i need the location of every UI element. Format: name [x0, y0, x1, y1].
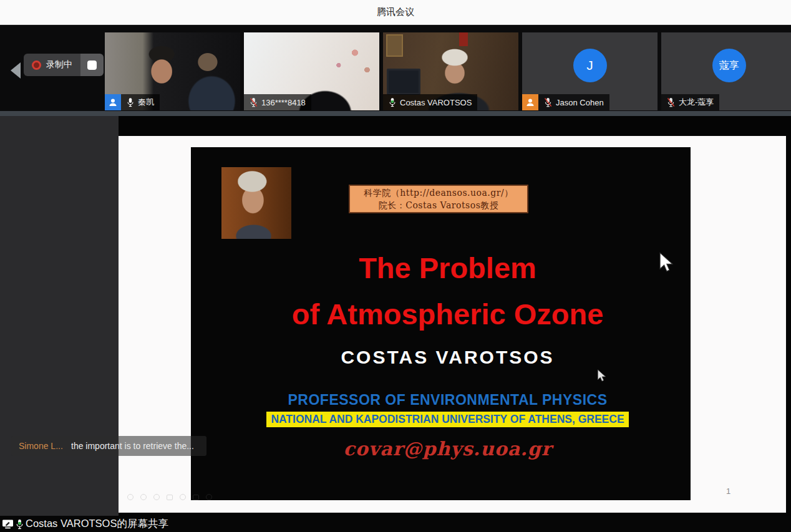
- stop-icon: [87, 60, 97, 70]
- window-title: 腾讯会议: [377, 6, 414, 18]
- participant-label: 136****8418: [244, 94, 311, 110]
- slide-affiliation-wrap: NATIONAL AND KAPODISTRIAN UNIVERSITY OF …: [198, 412, 697, 427]
- presentation-background: 科学院（http://deansos.uoa.gr/） 院长：Costas Va…: [119, 136, 786, 513]
- participant-thumbnail-costas[interactable]: Costas VAROTSOS: [383, 32, 518, 110]
- screen-share-label: Costas VAROTSOS的屏幕共享: [26, 517, 168, 531]
- presentation-slide: 科学院（http://deansos.uoa.gr/） 院长：Costas Va…: [191, 147, 691, 500]
- participant-thumbnail-qinkai[interactable]: 秦凯: [105, 32, 240, 110]
- slide-page-number: 1: [726, 486, 730, 496]
- background-monitor: [387, 69, 420, 95]
- chat-message-text: the important is to retrieve the...: [71, 441, 194, 451]
- participant-label: 秦凯: [105, 94, 160, 110]
- avatar: 蔻享: [712, 49, 746, 82]
- toolbar-dot-icon: [180, 494, 186, 500]
- avatar: J: [573, 49, 607, 82]
- collapse-strip-left-arrow-icon[interactable]: [11, 62, 21, 79]
- mic-on-icon: [127, 97, 134, 107]
- recording-label: 录制中: [46, 59, 72, 70]
- presenter-toolbar-faint-icons: [127, 494, 212, 500]
- participant-thumbnail-jason[interactable]: J Jason Cohen: [522, 32, 658, 110]
- toolbar-menu-icon: [193, 495, 199, 500]
- slide-affiliation: NATIONAL AND KAPODISTRIAN UNIVERSITY OF …: [266, 412, 628, 427]
- toolbar-pen-icon: [153, 494, 160, 500]
- info-box-line2: 院长：Costas Varotsos教授: [379, 199, 499, 211]
- participant-thumbnail-dalong[interactable]: 蔻享 大龙-蔻享: [661, 32, 791, 110]
- phone-audio-badge: [522, 94, 538, 110]
- video-thumbnail-strip: 录制中 秦凯: [0, 25, 791, 111]
- strip-divider: [0, 111, 791, 116]
- mic-muted-icon: [667, 97, 675, 107]
- slide-title-line1: The Problem: [198, 251, 697, 285]
- slide-info-box: 科学院（http://deansos.uoa.gr/） 院长：Costas Va…: [349, 185, 528, 213]
- remote-cursor-icon: [597, 369, 606, 382]
- slide-email: covar@phys.uoa.gr: [198, 438, 697, 460]
- mic-muted-icon: [544, 97, 552, 107]
- participant-label: Costas VAROTSOS: [383, 94, 477, 110]
- recording-status: 录制中: [24, 54, 80, 76]
- record-dot-icon: [32, 60, 41, 70]
- person-icon: [108, 97, 118, 107]
- stop-recording-button[interactable]: [80, 54, 104, 76]
- person-icon: [525, 97, 535, 107]
- participant-label: 大龙-蔻享: [661, 94, 719, 110]
- chat-message-popup[interactable]: Simone L... the important is to retrieve…: [11, 436, 206, 456]
- participant-name: Costas VAROTSOS: [400, 98, 472, 107]
- local-cursor-icon: [659, 252, 674, 273]
- slide-author: COSTAS VAROTSOS: [198, 347, 697, 368]
- mic-speaking-icon: [389, 97, 396, 107]
- participant-name: 136****8418: [261, 98, 306, 107]
- toolbar-dot-icon: [127, 494, 133, 500]
- background-picture-frame: [386, 34, 403, 57]
- toolbar-dot-icon: [140, 494, 147, 500]
- participant-label: Jason Cohen: [522, 94, 609, 110]
- background-red-ornament: [459, 32, 468, 46]
- share-audio-mic-icon: [16, 519, 24, 530]
- mic-muted-icon: [250, 97, 258, 107]
- screen-share-status-bar: Costas VAROTSOS的屏幕共享: [0, 516, 791, 532]
- slide-role: PROFESSOR OF ENVIRONMENTAL PHYSICS: [198, 392, 697, 409]
- window-titlebar: 腾讯会议: [0, 0, 791, 25]
- slide-title-line2: of Atmospheric Ozone: [198, 297, 697, 331]
- toolbar-square-icon: [167, 495, 173, 500]
- info-box-line1: 科学院（http://deansos.uoa.gr/）: [364, 186, 513, 199]
- computer-audio-badge: [105, 94, 121, 110]
- recording-indicator[interactable]: 录制中: [24, 54, 104, 76]
- participant-name: Jason Cohen: [556, 98, 604, 107]
- screen-share-monitor-icon: [2, 519, 14, 530]
- chat-sender: Simone L...: [19, 441, 71, 451]
- participant-thumbnail-136[interactable]: 136****8418: [244, 32, 379, 110]
- shared-screen-view: 科学院（http://deansos.uoa.gr/） 院长：Costas Va…: [119, 116, 791, 516]
- participant-name: 秦凯: [138, 97, 154, 108]
- speaker-photo: [221, 167, 291, 239]
- participant-name: 大龙-蔻享: [679, 97, 714, 108]
- toolbar-dot-icon: [206, 494, 212, 500]
